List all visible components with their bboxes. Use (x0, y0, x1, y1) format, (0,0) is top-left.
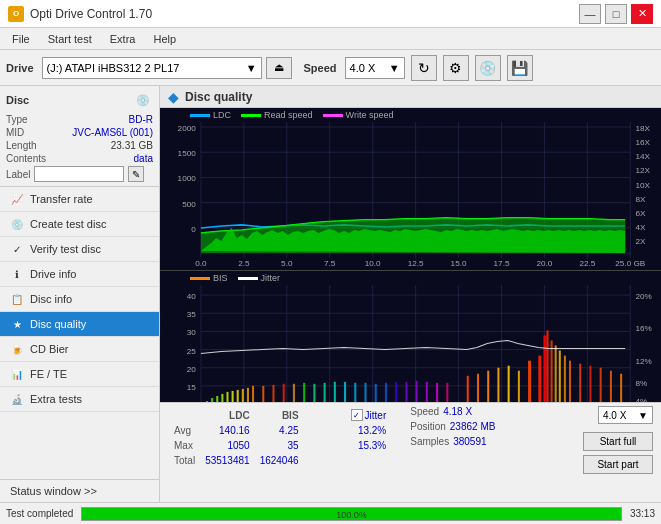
svg-text:20%: 20% (635, 292, 651, 301)
svg-rect-92 (216, 396, 218, 402)
max-jitter: 15.3% (347, 439, 391, 452)
svg-text:12%: 12% (635, 357, 651, 366)
bis-legend-label: BIS (213, 273, 228, 283)
menu-file[interactable]: File (4, 31, 38, 47)
sidebar-item-transfer-rate[interactable]: 📈 Transfer rate (0, 187, 159, 212)
disc-header: Disc 💿 (6, 90, 153, 110)
svg-rect-103 (293, 384, 295, 402)
speed-section: Speed 4.18 X Position 23862 MB Samples 3… (410, 406, 495, 447)
label-label: Label (6, 169, 30, 180)
jitter-checkbox-cell[interactable]: ✓ Jitter (347, 408, 391, 422)
title-bar: O Opti Drive Control 1.70 — □ ✕ (0, 0, 661, 28)
start-part-button[interactable]: Start part (583, 455, 653, 474)
close-button[interactable]: ✕ (631, 4, 653, 24)
sidebar-item-create-test-disc[interactable]: 💿 Create test disc (0, 212, 159, 237)
status-window-button[interactable]: Status window >> (0, 479, 159, 502)
jitter-label: Jitter (365, 410, 387, 421)
svg-rect-104 (303, 383, 305, 402)
save-button[interactable]: 💾 (507, 55, 533, 81)
sidebar-item-disc-info[interactable]: 📋 Disc info (0, 287, 159, 312)
menu-extra[interactable]: Extra (102, 31, 144, 47)
speed-selector[interactable]: 4.0 X ▼ (598, 406, 653, 424)
bottom-chart: BIS Jitter (160, 271, 661, 402)
max-spacer (305, 439, 345, 452)
verify-test-disc-icon: ✓ (10, 242, 24, 256)
jitter-legend-label: Jitter (261, 273, 281, 283)
drive-value: (J:) ATAPI iHBS312 2 PL17 (47, 62, 180, 74)
speed-box-value: 4.0 X (603, 410, 626, 421)
label-edit-button[interactable]: ✎ (128, 166, 144, 182)
both-charts: LDC Read speed Write speed (160, 108, 661, 402)
speed-label: Speed (304, 62, 337, 74)
disc-quality-icon: ★ (10, 317, 24, 331)
window-controls: — □ ✕ (579, 4, 653, 24)
svg-rect-130 (555, 346, 557, 402)
settings-button[interactable]: ⚙ (443, 55, 469, 81)
svg-rect-111 (375, 384, 377, 402)
legend-write-speed: Write speed (323, 110, 394, 120)
svg-rect-134 (579, 364, 581, 402)
sidebar: Disc 💿 Type BD-R MID JVC-AMS6L (001) Len… (0, 86, 160, 502)
svg-text:0: 0 (191, 225, 196, 234)
fe-te-icon: 📊 (10, 367, 24, 381)
svg-rect-119 (467, 376, 469, 402)
svg-rect-138 (620, 374, 622, 402)
start-full-button[interactable]: Start full (583, 432, 653, 451)
svg-text:35: 35 (187, 311, 197, 320)
sidebar-item-cd-bier[interactable]: 🍺 CD Bier (0, 337, 159, 362)
svg-text:500: 500 (182, 200, 196, 209)
svg-rect-101 (272, 385, 274, 402)
sidebar-item-label: Create test disc (30, 218, 106, 230)
svg-rect-117 (436, 383, 438, 402)
disc-section: Disc 💿 Type BD-R MID JVC-AMS6L (001) Len… (0, 86, 159, 187)
sidebar-item-label: Drive info (30, 268, 76, 280)
svg-rect-125 (528, 361, 531, 402)
menu-start-test[interactable]: Start test (40, 31, 100, 47)
disc-eject-icon[interactable]: 💿 (133, 90, 153, 110)
minimize-button[interactable]: — (579, 4, 601, 24)
drive-dropdown[interactable]: (J:) ATAPI iHBS312 2 PL17 ▼ (42, 57, 262, 79)
refresh-button[interactable]: ↻ (411, 55, 437, 81)
svg-rect-90 (206, 401, 208, 402)
svg-rect-126 (538, 356, 541, 402)
length-label: Length (6, 140, 37, 151)
eject-button[interactable]: ⏏ (266, 57, 292, 79)
sidebar-item-disc-quality[interactable]: ★ Disc quality (0, 312, 159, 337)
progress-text: 100.0% (336, 508, 367, 522)
sidebar-item-verify-test-disc[interactable]: ✓ Verify test disc (0, 237, 159, 262)
svg-text:20.0: 20.0 (536, 259, 552, 268)
sidebar-item-fe-te[interactable]: 📊 FE / TE (0, 362, 159, 387)
drive-select: (J:) ATAPI iHBS312 2 PL17 ▼ ⏏ (42, 57, 292, 79)
svg-text:2X: 2X (635, 237, 646, 246)
svg-rect-136 (600, 368, 602, 402)
avg-bis: 4.25 (256, 424, 303, 437)
speed-dropdown[interactable]: 4.0 X ▼ (345, 57, 405, 79)
svg-rect-109 (354, 383, 356, 402)
maximize-button[interactable]: □ (605, 4, 627, 24)
samples-row: Samples 380591 (410, 436, 495, 447)
svg-rect-98 (247, 388, 249, 402)
svg-rect-45 (160, 285, 661, 402)
disc-icon-button[interactable]: 💿 (475, 55, 501, 81)
svg-rect-135 (589, 366, 591, 402)
sidebar-item-drive-info[interactable]: ℹ Drive info (0, 262, 159, 287)
sidebar-item-extra-tests[interactable]: 🔬 Extra tests (0, 387, 159, 412)
svg-text:6X: 6X (635, 209, 646, 218)
stats-bis-header: BIS (256, 408, 303, 422)
menu-help[interactable]: Help (145, 31, 184, 47)
top-chart-svg: 2000 1500 1000 500 0 18X 16X 14X 12X 10X… (160, 122, 661, 268)
progress-bar-container: 100.0% (81, 507, 622, 521)
stats-table: LDC BIS ✓ Jitter Avg 140.16 4.25 13.2% (168, 406, 392, 469)
svg-text:1000: 1000 (178, 175, 197, 184)
svg-text:4%: 4% (635, 397, 647, 402)
status-window-label: Status window >> (10, 485, 97, 497)
svg-rect-99 (252, 386, 254, 402)
legend-ldc: LDC (190, 110, 231, 120)
sidebar-item-label: Disc quality (30, 318, 86, 330)
svg-rect-113 (395, 382, 397, 402)
jitter-checkbox[interactable]: ✓ (351, 409, 363, 421)
chart-header-icon: ◆ (168, 89, 179, 105)
svg-text:8%: 8% (635, 379, 647, 388)
svg-text:12X: 12X (635, 166, 650, 175)
label-input[interactable] (34, 166, 124, 182)
